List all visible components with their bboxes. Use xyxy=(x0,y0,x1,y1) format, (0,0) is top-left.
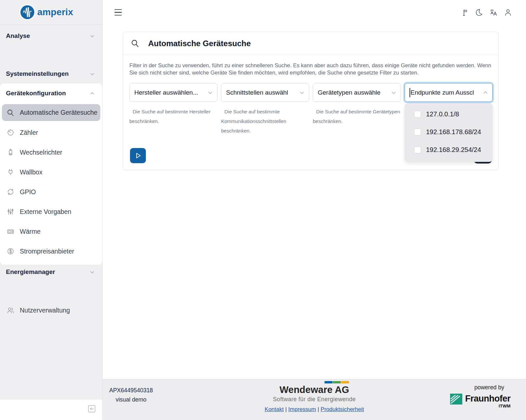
endpunkte-dropdown-panel: 127.0.0.1/8 192.168.178.68/24 192.168.29… xyxy=(405,103,493,162)
sidebar-section-energiemanager[interactable]: Energiemanager xyxy=(0,265,102,279)
filter-hint: Die Suche auf bestimmte Hersteller besch… xyxy=(129,107,217,126)
app-window: amperix Analyse Systemeinstellungen Gerä… xyxy=(0,0,526,420)
battery-icon xyxy=(7,148,15,156)
topbar-actions xyxy=(460,8,512,16)
endpunkte-select[interactable]: Endpunkte zum Ausscl xyxy=(405,83,493,102)
content-column: Automatische Gerätesuche Filter in der S… xyxy=(103,0,526,420)
wendeware-logo: Wendeware AG xyxy=(279,381,349,395)
fraunhofer-logo-icon xyxy=(450,394,462,405)
device-info: APX6449540318 visual demo xyxy=(109,387,153,403)
device-mode: visual demo xyxy=(109,396,153,403)
main-area: Automatische Gerätesuche Filter in der S… xyxy=(103,25,526,379)
chevron-down-icon xyxy=(89,269,95,275)
sidebar-item-label: Zähler xyxy=(20,129,38,136)
filter-hersteller: Hersteller auswählen... Die Suche auf be… xyxy=(129,83,217,135)
checkbox-unchecked[interactable] xyxy=(414,146,421,153)
device-search-card: Automatische Gerätesuche Filter in der S… xyxy=(123,32,499,170)
endpoint-option[interactable]: 127.0.0.1/8 xyxy=(405,105,493,123)
geraetetypen-select[interactable]: Gerätetypen auswähle xyxy=(313,83,401,102)
checkbox-unchecked[interactable] xyxy=(414,111,421,118)
page-title: Automatische Gerätesuche xyxy=(148,39,251,48)
select-placeholder: Endpunkte zum Ausscl xyxy=(411,89,482,96)
endpoint-label: 192.168.178.68/24 xyxy=(426,128,481,136)
filter-hint: Die Suche auf bestimmte Kommunikationssc… xyxy=(221,107,309,135)
checkbox-unchecked[interactable] xyxy=(414,129,421,135)
kontakt-link[interactable]: Kontakt xyxy=(265,406,284,412)
card-header: Automatische Gerätesuche xyxy=(123,32,498,55)
link-separator: | xyxy=(317,406,319,412)
sidebar-item-wechselrichter[interactable]: Wechselrichter xyxy=(0,142,102,162)
dollar-circle-icon xyxy=(7,247,15,255)
chevron-up-icon xyxy=(482,90,488,96)
chevron-down-icon xyxy=(391,90,397,96)
powered-by-block: powered by Fraunhofer ITWM xyxy=(450,384,510,408)
wendeware-colorbar xyxy=(325,381,349,383)
sidebar-section-analyse[interactable]: Analyse xyxy=(0,29,102,43)
page-footer: APX6449540318 visual demo Wendeware AG S… xyxy=(103,379,526,420)
plug-icon xyxy=(7,168,15,176)
section-label: Analyse xyxy=(6,32,30,40)
fraunhofer-name: Fraunhofer xyxy=(465,394,510,404)
heater-icon xyxy=(7,227,15,235)
filter-hint: Die Suche auf bestimmte Gerätetypen besc… xyxy=(313,107,401,126)
link-separator: | xyxy=(285,406,286,412)
device-id: APX6449540318 xyxy=(109,387,153,394)
chevron-down-icon xyxy=(299,90,305,96)
chevron-up-icon xyxy=(89,91,95,96)
hamburger-menu-icon[interactable] xyxy=(115,9,122,16)
dark-mode-moon-icon[interactable] xyxy=(475,8,483,16)
sidebar-item-label: Nutzerverwaltung xyxy=(20,307,70,314)
sidebar-item-gpio[interactable]: GPIO xyxy=(0,182,102,202)
sidebar-item-label: Wärme xyxy=(20,228,41,235)
section-label: Gerätekonfiguration xyxy=(6,90,66,97)
filter-schnittstellen: Schnittstellen auswähl Die Suche auf bes… xyxy=(221,83,309,135)
endpoint-option[interactable]: 192.168.29.254/24 xyxy=(405,141,493,159)
sidebar-item-label: Automatische Gerätesuche xyxy=(20,109,97,116)
schnittstellen-select[interactable]: Schnittstellen auswähl xyxy=(221,83,309,102)
select-placeholder: Schnittstellen auswähl xyxy=(226,89,299,96)
sidebar-item-wallbox[interactable]: Wallbox xyxy=(0,162,102,182)
meter-icon xyxy=(7,129,15,136)
section-label: Energiemanager xyxy=(6,268,55,276)
sidebar-item-label: Strompreisanbieter xyxy=(20,248,74,255)
endpoint-option[interactable]: 192.168.178.68/24 xyxy=(405,123,493,141)
hersteller-select[interactable]: Hersteller auswählen... xyxy=(129,83,217,102)
sidebar-footer xyxy=(0,400,102,420)
collapse-sidebar-icon[interactable] xyxy=(87,404,97,414)
chevron-down-icon xyxy=(89,33,95,39)
language-translate-icon[interactable] xyxy=(489,8,498,16)
sidebar-item-waerme[interactable]: Wärme xyxy=(0,222,102,241)
sidebar: amperix Analyse Systemeinstellungen Gerä… xyxy=(0,0,103,420)
select-placeholder: Hersteller auswählen... xyxy=(134,89,207,96)
sidebar-section-geraetekonfiguration[interactable]: Gerätekonfiguration xyxy=(0,83,102,103)
company-block: Wendeware AG Software für die Energiewen… xyxy=(265,381,364,413)
sidebar-item-label: Wechselrichter xyxy=(20,149,62,156)
sidebar-item-strompreisanbieter[interactable]: Strompreisanbieter xyxy=(0,241,102,261)
chevron-down-icon xyxy=(207,90,213,96)
start-search-button[interactable] xyxy=(130,148,146,163)
user-icon[interactable] xyxy=(504,8,512,16)
endpoint-label: 192.168.29.254/24 xyxy=(426,146,481,154)
sidebar-item-label: Wallbox xyxy=(20,168,43,176)
sidebar-item-zaehler[interactable]: Zähler xyxy=(0,123,102,142)
search-description: Filter in der Suche zu verwenden, führt … xyxy=(129,62,492,76)
search-icon xyxy=(7,109,15,117)
sidebar-item-nutzerverwaltung[interactable]: Nutzerverwaltung xyxy=(0,300,102,320)
section-label: Systemeinstellungen xyxy=(6,70,69,77)
impressum-link[interactable]: Impressum xyxy=(288,406,316,412)
signpost-icon[interactable] xyxy=(460,8,469,16)
select-placeholder: Gerätetypen auswähle xyxy=(318,89,391,96)
sidebar-item-label: GPIO xyxy=(20,188,36,196)
text-cursor xyxy=(410,88,410,97)
sliders-icon xyxy=(7,208,15,216)
sidebar-section-systemeinstellungen[interactable]: Systemeinstellungen xyxy=(0,67,102,80)
sidebar-item-automatische-geraetesuche[interactable]: Automatische Gerätesuche xyxy=(2,104,100,121)
brand-name: amperix xyxy=(37,7,73,17)
amperix-logo-icon xyxy=(20,5,34,19)
sidebar-group-geraetekonfiguration: Gerätekonfiguration Automatische Gerätes… xyxy=(0,83,102,265)
search-icon xyxy=(131,39,140,48)
powered-by-label: powered by xyxy=(475,384,504,391)
produktsicherheit-link[interactable]: Produktsicherheit xyxy=(321,406,364,412)
fraunhofer-unit: ITWM xyxy=(465,404,510,408)
sidebar-item-externe-vorgaben[interactable]: Externe Vorgaben xyxy=(0,202,102,222)
